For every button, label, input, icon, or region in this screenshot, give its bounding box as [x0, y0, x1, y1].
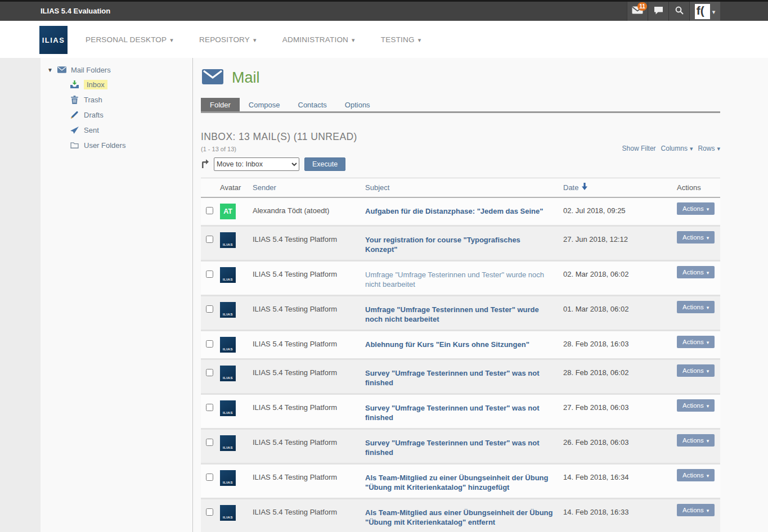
avatar-cell: ILIAS [220, 364, 253, 381]
row-checkbox[interactable] [206, 508, 213, 516]
chevron-down-icon [707, 205, 709, 212]
mail-subject-link[interactable]: Als Team-Mitglied aus einer Übungseinhei… [365, 504, 563, 527]
col-actions: Actions [677, 183, 720, 192]
mail-subject-link[interactable]: Survey "Umfrage Testerinnen und Tester" … [365, 399, 563, 422]
mail-folders-root[interactable]: ▼ Mail Folders [47, 65, 192, 74]
chevron-down-icon [707, 269, 709, 276]
mail-notification-button[interactable]: 11 [627, 2, 648, 21]
sender-avatar[interactable]: ILIAS [220, 366, 236, 381]
sender-name: ILIAS 5.4 Testing Platform [253, 364, 365, 377]
nav-personal-desktop[interactable]: PERSONAL DESKTOP [86, 35, 173, 44]
row-checkbox[interactable] [206, 340, 213, 348]
mail-date: 01. Mar 2018, 06:02 [563, 301, 677, 313]
sender-avatar[interactable]: AT [220, 204, 236, 219]
folder-label: Inbox [84, 80, 107, 89]
folder-icon [70, 141, 79, 150]
sender-avatar[interactable]: ILIAS [220, 302, 236, 318]
col-subject[interactable]: Subject [365, 183, 563, 192]
sidebar-item-sent[interactable]: Sent [70, 125, 192, 135]
mail-date: 14. Feb 2018, 16:33 [563, 504, 677, 516]
actions-button[interactable]: Actions [677, 231, 715, 244]
mail-subject-link[interactable]: Your registration for course "Typografis… [365, 231, 563, 254]
row-checkbox[interactable] [206, 236, 213, 243]
actions-button-label: Actions [682, 437, 704, 444]
chat-button[interactable] [648, 2, 668, 21]
sender-name: ILIAS 5.4 Testing Platform [253, 336, 365, 348]
mail-date: 27. Feb 2018, 06:03 [563, 399, 677, 412]
actions-button[interactable]: Actions [677, 364, 715, 377]
actions-button[interactable]: Actions [677, 504, 715, 516]
result-range: (1 - 13 of 13) [201, 146, 357, 152]
actions-button[interactable]: Actions [677, 399, 715, 412]
row-checkbox[interactable] [206, 207, 213, 214]
folder-label: Sent [84, 126, 99, 134]
sidebar-item-inbox[interactable]: Inbox [70, 79, 192, 89]
row-checkbox[interactable] [206, 369, 213, 376]
chevron-down-icon [712, 6, 716, 16]
mail-subject-link[interactable]: Umfrage "Umfrage Testerinnen und Tester"… [365, 266, 563, 289]
actions-button[interactable]: Actions [677, 266, 715, 278]
row-checkbox[interactable] [206, 305, 213, 313]
sender-name: ILIAS 5.4 Testing Platform [253, 301, 365, 313]
actions-button[interactable]: Actions [677, 202, 715, 215]
sidebar-item-drafts[interactable]: Drafts [70, 110, 192, 120]
actions-button[interactable]: Actions [677, 336, 715, 348]
execute-button[interactable]: Execute [304, 157, 345, 171]
sidebar-item-trash[interactable]: Trash [70, 94, 192, 105]
avatar-cell: ILIAS [220, 301, 253, 318]
sort-desc-icon [582, 183, 587, 192]
nav-repository[interactable]: REPOSITORY [199, 35, 257, 44]
row-select-cell [201, 504, 220, 518]
row-checkbox[interactable] [206, 474, 213, 481]
mail-subject-link[interactable]: Als Team-Mitglied zu einer Übungseinheit… [365, 469, 563, 492]
nav-label: REPOSITORY [199, 35, 250, 44]
actions-button[interactable]: Actions [677, 301, 715, 313]
sender-avatar[interactable]: ILIAS [220, 267, 236, 283]
mail-folders-label: Mail Folders [71, 66, 111, 74]
mail-subject-link[interactable]: Umfrage "Umfrage Testerinnen und Tester"… [365, 301, 563, 324]
main-header: ILIAS PERSONAL DESKTOP REPOSITORY ADMINI… [0, 21, 768, 58]
row-checkbox[interactable] [206, 270, 213, 278]
tab-options[interactable]: Options [336, 98, 379, 111]
chevron-down-icon [707, 402, 709, 409]
rows-dropdown[interactable]: Rows [698, 145, 720, 152]
row-checkbox[interactable] [206, 404, 213, 411]
col-sender[interactable]: Sender [253, 183, 365, 192]
top-bar: ILIAS 5.4 Evaluation 11 f( [0, 0, 768, 21]
move-to-select[interactable]: Move to: Inbox [214, 157, 299, 171]
columns-dropdown[interactable]: Columns [661, 145, 693, 152]
tree-expand-icon[interactable]: ▼ [47, 67, 53, 73]
actions-button[interactable]: Actions [677, 434, 715, 447]
chat-icon [654, 6, 663, 17]
mail-subject-link[interactable]: Survey "Umfrage Testerinnen und Tester" … [365, 434, 563, 457]
user-menu-button[interactable]: f( [689, 2, 720, 21]
mail-subject-link[interactable]: Aufgaben für die Distanzphase: "Jedem da… [365, 202, 563, 216]
nav-testing[interactable]: TESTING [381, 35, 421, 44]
col-date[interactable]: Date [563, 183, 677, 192]
search-button[interactable] [668, 2, 689, 21]
mail-subject-link[interactable]: Ablehnung für Kurs "Ein Kurs ohne Sitzun… [365, 336, 563, 349]
sender-avatar[interactable]: ILIAS [220, 400, 236, 416]
sidebar-item-user-folders[interactable]: User Folders [70, 140, 192, 150]
row-checkbox[interactable] [206, 439, 213, 446]
tab-compose[interactable]: Compose [240, 98, 289, 111]
mail-date: 14. Feb 2018, 16:34 [563, 469, 677, 481]
tab-contacts[interactable]: Contacts [289, 98, 336, 111]
sender-avatar[interactable]: ILIAS [220, 435, 236, 451]
sender-avatar[interactable]: ILIAS [220, 470, 236, 486]
sender-avatar[interactable]: ILIAS [220, 505, 236, 521]
show-filter-link[interactable]: Show Filter [622, 145, 656, 152]
avatar-cell: ILIAS [220, 336, 253, 353]
nav-administration[interactable]: ADMINISTRATION [282, 35, 355, 44]
sender-avatar[interactable]: ILIAS [220, 232, 236, 248]
mail-subject-link[interactable]: Survey "Umfrage Testerinnen und Tester" … [365, 364, 563, 387]
tab-folder[interactable]: Folder [201, 98, 240, 111]
mail-folders-list: InboxTrashDraftsSentUser Folders [70, 79, 192, 150]
actions-button-label: Actions [682, 234, 704, 241]
actions-button[interactable]: Actions [677, 469, 715, 481]
ilias-logo[interactable]: ILIAS [39, 26, 68, 54]
sender-name: ILIAS 5.4 Testing Platform [253, 231, 365, 244]
topbar-icon-group: 11 f( [627, 2, 720, 21]
row-select-cell [201, 301, 220, 315]
sender-avatar[interactable]: ILIAS [220, 337, 236, 353]
